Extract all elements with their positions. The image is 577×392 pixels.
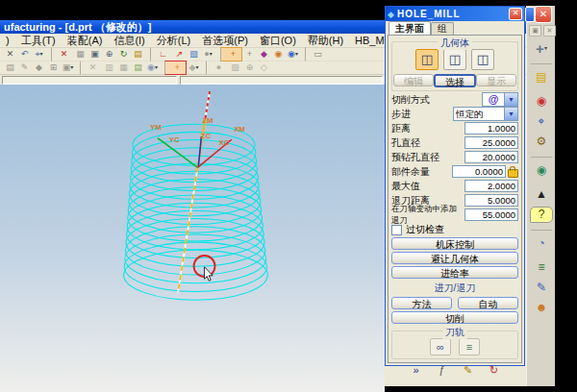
parameter-input[interactable] [464, 194, 518, 207]
menu-item[interactable]: 首选项(P) [196, 34, 254, 48]
teach-mode-icon[interactable]: ▲ [530, 184, 553, 205]
chevron-down-icon[interactable]: ▼ [504, 108, 517, 120]
group-b-icon[interactable]: ⊕ [242, 61, 257, 75]
history-icon[interactable]: ◔ [530, 230, 553, 257]
group-c-icon[interactable]: ◇ [257, 61, 271, 75]
dialog-close-button[interactable]: ✕ [509, 8, 522, 20]
auto-button[interactable]: 自动 [458, 297, 518, 309]
step-dropdown[interactable]: 恒定的 ▼ [453, 107, 518, 121]
cut-method-dropdown[interactable]: @ ▼ [482, 92, 518, 107]
wcs-display-icon[interactable]: + [220, 47, 242, 61]
feed-rate-button[interactable]: 进给率 [391, 266, 518, 279]
close-small-icon[interactable]: ✕ [543, 25, 556, 37]
select-button[interactable]: 选择 [434, 74, 476, 87]
visualize-icon[interactable]: ◉ [271, 47, 286, 61]
cut-button[interactable]: 切削 [391, 311, 518, 324]
add-view-icon[interactable]: + [530, 38, 553, 59]
measure-icon[interactable]: ▭ [305, 47, 327, 61]
selection-recall-icon[interactable]: ● [206, 61, 228, 75]
zoom-window-icon[interactable]: ▣ [88, 47, 102, 61]
boss-geometry-icon[interactable]: ◫ [443, 49, 466, 70]
machine-control-button[interactable]: 机床控制 [391, 237, 518, 250]
parameter-input[interactable] [464, 151, 518, 163]
preferences-icon[interactable]: ◉ [286, 47, 300, 61]
rotate-view-icon[interactable]: ↻ [116, 47, 131, 61]
chevron-down-icon[interactable]: ▼ [504, 93, 517, 106]
axis-label-xm: XM [234, 125, 245, 134]
edit-object-icon[interactable]: ✕ [80, 61, 102, 75]
menu-item[interactable]: ) [0, 35, 15, 46]
hole-geometry-icon[interactable]: ◫ [415, 49, 439, 70]
display-button[interactable]: 显示 [476, 74, 516, 86]
role-palette-icon[interactable]: ◆ [257, 47, 271, 61]
tab-main[interactable]: 主界面 [389, 21, 431, 35]
menu-item[interactable]: 帮助(H) [302, 34, 349, 48]
render-style-icon[interactable]: ● [201, 47, 215, 61]
list-path-icon[interactable]: ≡ [459, 338, 480, 355]
menu-item[interactable]: 信息(I) [108, 34, 150, 48]
create-program-icon[interactable]: ▤ [3, 61, 17, 75]
snap-end-icon[interactable]: ◆ [187, 61, 201, 75]
verify-toolpath-icon[interactable]: ◉ [530, 157, 553, 184]
lock-icon[interactable] [508, 169, 518, 178]
menu-item[interactable]: 装配(A) [62, 34, 109, 48]
generate-path-icon[interactable]: » [408, 363, 425, 378]
group-a-icon[interactable]: ▧ [228, 61, 242, 75]
selection-filter-icon[interactable]: ⌖ [32, 47, 46, 61]
window-restore-button[interactable] [525, 7, 535, 22]
undo-icon[interactable]: ↶ [17, 47, 32, 61]
right-toolbar-strip: ✕ ▣ ✕ +▤◉⌖⚙◉▲?◔≡✎☻ [526, 6, 555, 386]
context-help-icon[interactable]: ? [530, 207, 553, 223]
restore-window-icon[interactable]: ▣ [529, 25, 541, 37]
snapshot-icon[interactable]: ▤ [131, 47, 145, 61]
snap-point-icon[interactable]: + [164, 61, 187, 75]
shaded-view-icon[interactable]: ▧ [187, 47, 201, 61]
csys-icon[interactable]: ∟ [150, 47, 172, 61]
vector-arrow-icon[interactable]: ↗ [172, 47, 187, 61]
parameter-input[interactable] [464, 208, 518, 221]
avoid-geometry-button[interactable]: 避让几何体 [391, 252, 518, 264]
parameter-input[interactable] [452, 165, 506, 178]
output-path-icon[interactable]: ↻ [486, 363, 503, 378]
fit-view-icon[interactable]: ✕ [51, 47, 73, 61]
program-order-view-icon[interactable]: ▤ [530, 63, 553, 91]
parameter-fields: 距离 孔直径 预钻孔直径 部件余量 最大值 [391, 120, 518, 221]
wall-geometry-icon[interactable]: ◫ [471, 49, 494, 70]
delete-icon[interactable]: ✕ [3, 47, 17, 61]
machining-method-view-icon[interactable]: ⚙ [530, 132, 553, 152]
user-roles-icon[interactable]: ☻ [530, 298, 553, 318]
parameter-input[interactable] [464, 122, 518, 135]
information-list-icon[interactable]: ≡ [530, 257, 553, 278]
menu-item[interactable]: 窗口(O) [254, 34, 302, 48]
zoom-in-icon[interactable]: ⊕ [102, 47, 116, 61]
window-close-button[interactable]: ✕ [535, 6, 552, 23]
wcs-dynamics-icon[interactable]: + [242, 47, 257, 61]
cue-segment [2, 76, 177, 85]
menu-item[interactable]: 分析(L) [151, 34, 196, 48]
cut-object-icon[interactable]: ▥ [102, 61, 116, 75]
create-geometry-icon[interactable]: ◆ [32, 61, 46, 75]
create-tool-icon[interactable]: ✎ [17, 61, 32, 75]
create-method-icon[interactable]: ⊞ [46, 61, 61, 75]
paste-object-icon[interactable]: ▤ [131, 61, 145, 75]
parameter-input[interactable] [464, 136, 518, 149]
operation-icon: ◆ [388, 10, 394, 19]
replay-path-icon[interactable]: ƒ [434, 363, 451, 378]
display-filter-icon[interactable]: ▦ [73, 47, 88, 61]
tab-group[interactable]: 组 [431, 22, 454, 35]
geometry-view-icon[interactable]: ⌖ [530, 111, 553, 132]
parameter-input[interactable] [464, 180, 518, 192]
object-display-icon[interactable]: ◉ [145, 61, 160, 75]
dialog-title-bar[interactable]: ◆ HOLE_MILL ✕ [386, 7, 524, 21]
method-button[interactable]: 方法 [391, 297, 452, 309]
confirm-path-icon[interactable]: ∞ [430, 338, 451, 355]
gouge-check-checkbox[interactable] [391, 225, 402, 235]
edit-path-icon[interactable]: ✎ [460, 363, 477, 378]
edit-button[interactable]: 编辑 [393, 74, 434, 86]
customize-tools-icon[interactable]: ✎ [530, 278, 553, 298]
menu-item[interactable]: 工具(T) [15, 34, 62, 48]
create-operation-icon[interactable]: ▣ [61, 61, 75, 75]
copy-object-icon[interactable]: ▦ [116, 61, 131, 75]
machine-tool-view-icon[interactable]: ◉ [530, 91, 553, 111]
graphics-viewport[interactable]: YMZMXMYCZCXC [0, 85, 385, 392]
